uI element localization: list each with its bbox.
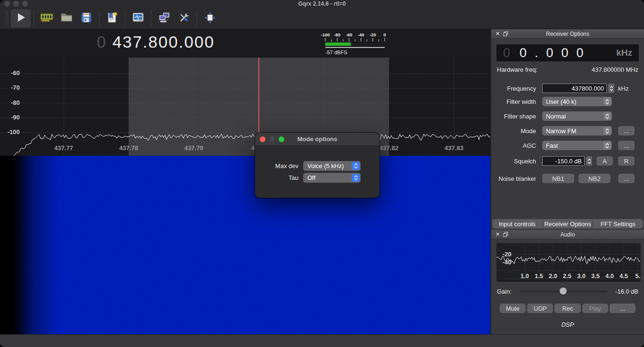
bookmark-icon	[107, 12, 118, 25]
play-button[interactable]: Play	[582, 304, 608, 313]
gqrx-window: Gqrx 2.14.6 - rtl=0	[0, 0, 644, 347]
save-icon	[81, 12, 92, 25]
tau-label: Tau	[255, 174, 298, 181]
agc-options-button[interactable]: ...	[618, 141, 635, 150]
frequency-input[interactable]	[542, 84, 607, 93]
agc-combo[interactable]: Fast	[542, 141, 612, 150]
toolbar-separator	[33, 11, 34, 26]
dock-tab-bar: Input controls Receiver Options FFT Sett…	[492, 219, 643, 229]
svg-text:-57 dBFS: -57 dBFS	[325, 50, 347, 55]
y-axis-tick-label: -90	[0, 114, 20, 121]
nb2-button[interactable]: NB2	[578, 174, 611, 183]
squelch-auto-button[interactable]: A	[596, 156, 613, 166]
audio-x-tick-label: 4.5	[616, 272, 632, 279]
tau-combo[interactable]: Off	[303, 173, 361, 183]
squelch-reset-button[interactable]: R	[618, 156, 635, 166]
mode-combo[interactable]: Narrow FM	[542, 126, 612, 135]
x-axis-tick-label: 437.77	[49, 144, 79, 152]
waterfall-band-edge-shade	[0, 156, 490, 334]
audio-gain-row: Gain: -16.0 dB	[497, 287, 638, 296]
maxdev-combo[interactable]: Voice (5 kHz)	[303, 161, 361, 171]
save-file-button[interactable]	[76, 9, 96, 27]
mode-options-button[interactable]: ...	[618, 126, 635, 135]
filter-width-label: Filter width	[491, 98, 536, 105]
svg-text:-100: -100	[321, 32, 330, 37]
open-folder-icon	[60, 12, 73, 25]
receiver-offset-lcd[interactable]: 0 0.000 kHz	[496, 44, 639, 61]
audio-x-tick-label: 5.	[630, 272, 641, 279]
receiver-main-area: 0437.800.000 -100-80-60-40-200-57 dBFS -…	[0, 29, 490, 334]
frequency-display-row: 0437.800.000 -100-80-60-40-200-57 dBFS	[0, 29, 490, 58]
audio-y-tick-label: -20	[503, 251, 512, 258]
filter-width-combo[interactable]: User (40 k)	[542, 97, 612, 106]
nb1-button[interactable]: NB1	[542, 174, 574, 183]
filter-shape-combo[interactable]: Normal	[542, 111, 612, 121]
bookmarks-button[interactable]	[102, 9, 122, 27]
mode-options-dialog: Mode options Max dev Voice (5 kHz) Tau O…	[255, 133, 380, 198]
toolbar-separator	[197, 11, 197, 26]
panel-title: Audio	[491, 231, 644, 238]
gain-slider[interactable]	[520, 287, 607, 296]
signal-strength-meter: -100-80-60-40-200-57 dBFS	[320, 32, 391, 59]
frequency-spinner[interactable]	[608, 84, 614, 93]
mode-label: Mode	[491, 127, 536, 135]
dialog-title: Mode options	[255, 135, 380, 143]
toolbar-drag-handle[interactable]	[6, 11, 8, 25]
audio-options-button[interactable]: ...	[610, 304, 636, 313]
fft-spectrum-plot[interactable]: -60-70-80-90-100 437.77437.78437.79437.8…	[0, 58, 490, 156]
svg-text:-40: -40	[358, 32, 364, 37]
agc-label: AGC	[491, 142, 536, 149]
audio-x-tick-label: 2.5	[559, 272, 575, 279]
noise-blanker-options-button[interactable]: ...	[618, 174, 635, 183]
configure-io-button[interactable]	[37, 9, 57, 27]
frequency-value: 437.800.000	[112, 33, 215, 51]
udp-button[interactable]: UDP	[527, 304, 553, 313]
squelch-input[interactable]	[542, 156, 585, 166]
waterfall-display[interactable]	[0, 156, 490, 334]
tab-input-controls[interactable]: Input controls	[492, 219, 542, 229]
audio-x-tick-label: 1.0	[517, 272, 533, 279]
toolbar-separator	[99, 11, 99, 26]
x-axis-tick-label: 437.78	[114, 144, 144, 152]
squelch-spinner[interactable]	[586, 156, 592, 166]
fullscreen-button[interactable]	[200, 9, 220, 27]
audio-x-tick-label: 2.0	[545, 272, 561, 279]
remote-control-icon	[158, 12, 170, 25]
tools-button[interactable]	[174, 9, 194, 27]
filter-shape-label: Filter shape	[491, 113, 536, 120]
audio-x-tick-label: 3.0	[573, 272, 589, 279]
svg-text:0: 0	[383, 32, 386, 37]
frequency-unit: kHz	[618, 85, 628, 92]
y-axis-tick-label: -80	[0, 99, 20, 106]
svg-text:-80: -80	[334, 32, 340, 37]
dsp-window-button[interactable]	[128, 9, 148, 27]
panel-title: Receiver Options	[491, 31, 644, 37]
dock-panels: ✕ Receiver Options 0 0.000 kHz Hardware …	[490, 29, 644, 334]
mute-button[interactable]: Mute	[500, 304, 526, 313]
main-frequency-display[interactable]: 0437.800.000	[97, 33, 215, 51]
frequency-dim-digit: 0	[97, 33, 107, 51]
start-dsp-button[interactable]	[11, 9, 31, 27]
hardware-freq-label: Hardware freq:	[497, 66, 537, 73]
tools-icon	[178, 12, 190, 25]
svg-text:-20: -20	[370, 32, 376, 37]
gain-slider-thumb[interactable]	[560, 288, 567, 295]
chevron-updown-icon	[603, 142, 611, 149]
audio-buttons-row: Mute UDP Rec Play ...	[500, 304, 636, 313]
tab-receiver-options[interactable]: Receiver Options	[542, 219, 593, 229]
audio-x-tick-label: 1.5	[531, 272, 547, 279]
receiver-options-panel-header: ✕ Receiver Options	[491, 29, 644, 39]
open-file-button[interactable]	[57, 9, 76, 27]
fullscreen-icon	[204, 12, 216, 25]
chevron-updown-icon	[603, 98, 611, 105]
titlebar: Gqrx 2.14.6 - rtl=0	[0, 0, 644, 8]
receiver-options-form: Frequency kHz Filter width User (40 k)	[491, 84, 644, 183]
rec-button[interactable]: Rec	[554, 304, 580, 313]
dsp-status-label: DSP	[491, 321, 644, 328]
remote-control-button[interactable]	[154, 9, 174, 27]
noise-blanker-label: Noise blanker	[491, 175, 536, 182]
audio-spectrum-plot: -20-40 1.01.52.02.53.03.54.04.55.	[496, 243, 641, 282]
dsp-monitor-icon	[132, 12, 144, 25]
lcd-unit: kHz	[616, 48, 632, 58]
tab-fft-settings[interactable]: FFT Settings	[593, 219, 643, 229]
